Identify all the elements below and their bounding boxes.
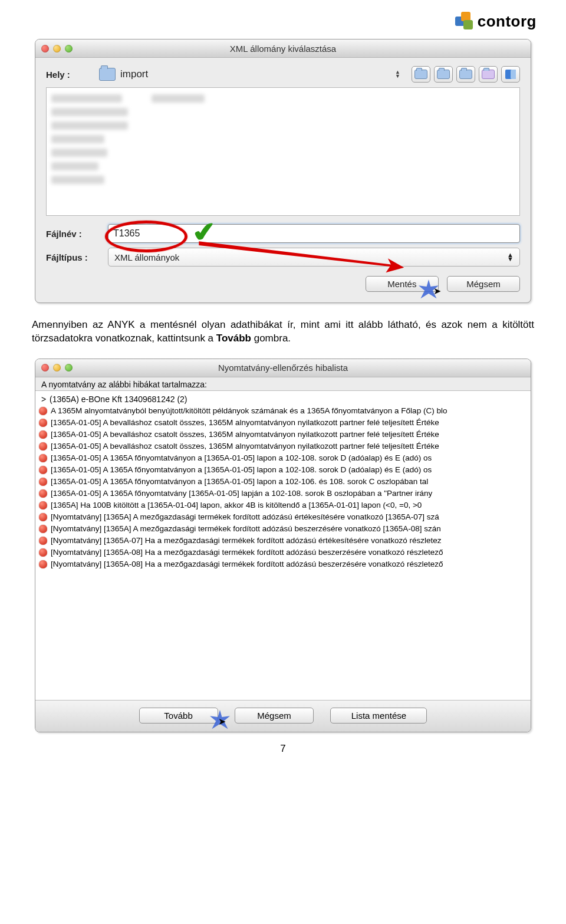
error-line[interactable]: [1365A-01-05] A bevalláshoz csatolt össz… [38,440,531,452]
error-text: [1365A] Ha 100B kitöltött a [1365A-01-04… [51,501,422,509]
contorg-logo-icon [455,12,474,31]
cancel-button-2[interactable]: Mégsem [235,708,314,724]
filename-input[interactable]: T1365 [108,224,520,243]
error-bullet-icon [39,466,47,474]
error-text: [1365A-01-05] A bevalláshoz csatolt össz… [51,442,439,451]
error-bullet-icon [39,525,47,533]
error-text: [1365A-01-05] A 1365A főnyomtatványon a … [51,465,432,474]
titlebar: XML állomány kiválasztása [35,40,531,58]
error-bullet-icon [39,489,47,498]
error-text: [1365A-01-05] A 1365A főnyomtatványon a … [51,477,428,486]
error-bullet-icon [39,548,47,557]
error-bullet-icon [39,478,47,486]
page-number: 7 [29,743,537,755]
error-header-text: (1365A) e-BOne Kft 13409681242 (2) [50,394,187,404]
cursor-icon-2: ➤ [218,716,226,727]
error-line[interactable]: [1365A] Ha 100B kitöltött a [1365A-01-04… [38,499,531,511]
filename-value: T1365 [113,228,140,239]
brand-text: contorg [478,12,537,31]
nav-folder-button-2[interactable] [434,66,453,83]
paragraph-text-c: gombra. [251,333,291,344]
cancel-button[interactable]: Mégsem [447,276,520,292]
error-bullet-icon [39,513,47,521]
nav-folder-button-3[interactable] [456,66,475,83]
error-bullet-icon [39,560,47,568]
error-line[interactable]: [Nyomtatvány] [1365A-08] Ha a mezőgazdas… [38,547,531,558]
error-bullet-icon [39,407,47,415]
error-line[interactable]: [Nyomtatvány] [1365A] A mezőgazdasági te… [38,523,531,535]
filetype-select[interactable]: XML állományok ▲▼ [108,248,520,267]
instruction-paragraph: Amennyiben az ANYK a mentésnél olyan ada… [32,318,534,346]
error-text: A 1365M alnyomtatványból benyújtott/kitö… [51,406,447,415]
error-bullet-icon [39,454,47,462]
error-bullet-icon [39,430,47,439]
paragraph-bold: Tovább [216,333,251,344]
error-list-dialog: Nyomtatvány-ellenőrzés hibalista A nyomt… [35,359,531,732]
error-line[interactable]: [1365A-01-05] A 1365A főnyomtatvány [136… [38,488,531,499]
cancel-button-2-label: Mégsem [257,711,291,721]
error-line[interactable]: A 1365M alnyomtatványból benyújtott/kitö… [38,405,531,417]
error-list[interactable]: > (1365A) e-BOne Kft 13409681242 (2) A 1… [35,390,531,701]
dialog-title: XML állomány kiválasztása [35,44,531,54]
cursor-icon: ➤ [433,285,441,297]
nav-folder-button-1[interactable] [412,66,430,83]
next-button-label: Tovább [164,711,192,721]
error-text: [1365A-01-05] A bevalláshoz csatolt össz… [51,418,439,427]
cancel-button-label: Mégsem [466,279,501,289]
error-line[interactable]: [1365A-01-05] A 1365A főnyomtatványon a … [38,476,531,488]
folder-icon [99,68,116,81]
error-text: [Nyomtatvány] [1365A] A mezőgazdasági te… [51,512,439,521]
brand-logo: contorg [29,12,537,33]
svg-rect-1 [511,70,516,79]
error-bullet-icon [39,537,47,545]
location-value[interactable]: import [120,68,395,80]
error-line[interactable]: [1365A-01-05] A 1365A főnyomtatványon a … [38,464,531,476]
error-bullet-icon [39,442,47,451]
error-text: [1365A-01-05] A bevalláshoz csatolt össz… [51,430,439,439]
error-bullet-icon [39,419,47,427]
error-intro: A nyomtatvány az alábbi hibákat tartalma… [35,377,531,390]
error-text: [1365A-01-05] A 1365A főnyomtatvány [136… [51,489,432,498]
error-line[interactable]: [Nyomtatvány] [1365A] A mezőgazdasági te… [38,511,531,523]
filetype-label: Fájltípus : [46,252,108,262]
nav-home-button[interactable] [479,66,498,83]
file-chooser-dialog: XML állomány kiválasztása Hely : import … [35,39,531,303]
error-text: [1365A-01-05] A 1365A főnyomtatványon a … [51,453,432,462]
dialog2-title: Nyomtatvány-ellenőrzés hibalista [35,363,531,373]
error-text: [Nyomtatvány] [1365A-08] Ha a mezőgazdas… [51,560,443,568]
error-text: [Nyomtatvány] [1365A-07] Ha a mezőgazdas… [51,536,442,545]
error-line[interactable]: [1365A-01-05] A 1365A főnyomtatványon a … [38,452,531,464]
location-stepper[interactable]: ▲▼ [395,70,403,78]
error-text: [Nyomtatvány] [1365A] A mezőgazdasági te… [51,524,441,533]
error-text: [Nyomtatvány] [1365A-08] Ha a mezőgazdas… [51,548,443,557]
save-list-button[interactable]: Lista mentése [330,708,427,724]
error-line[interactable]: [1365A-01-05] A bevalláshoz csatolt össz… [38,429,531,440]
save-button[interactable]: Mentés [366,276,439,292]
save-list-button-label: Lista mentése [351,711,406,721]
error-line[interactable]: [Nyomtatvány] [1365A-07] Ha a mezőgazdas… [38,535,531,547]
file-list[interactable] [46,87,520,216]
location-label: Hely : [46,70,99,80]
error-line[interactable]: [1365A-01-05] A bevalláshoz csatolt össz… [38,417,531,429]
next-button[interactable]: Tovább [139,708,218,724]
error-header-line: > (1365A) e-BOne Kft 13409681242 (2) [38,393,531,405]
error-line[interactable]: [Nyomtatvány] [1365A-08] Ha a mezőgazdas… [38,558,531,570]
filetype-value: XML állományok [114,252,179,262]
error-bullet-icon [39,501,47,509]
titlebar-2: Nyomtatvány-ellenőrzés hibalista [35,359,531,377]
nav-finder-button[interactable] [501,66,520,83]
save-button-label: Mentés [387,279,416,289]
filename-label: Fájlnév : [46,229,108,239]
